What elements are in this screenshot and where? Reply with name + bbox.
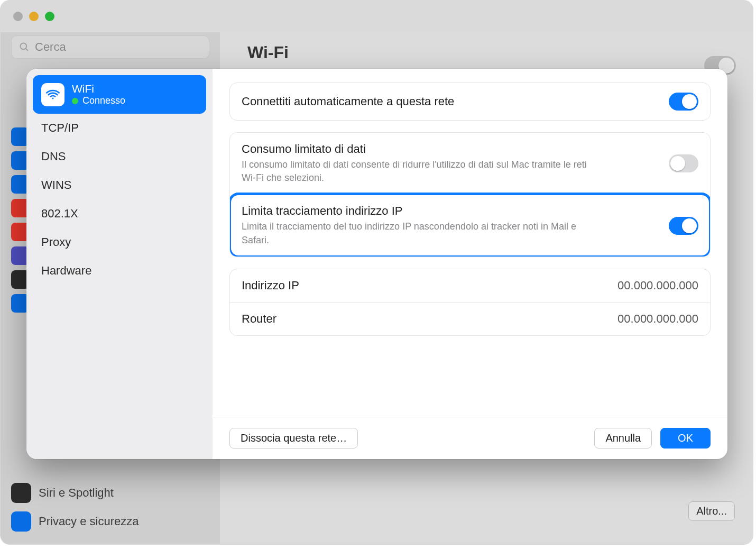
- limit-ip-label: Limita tracciamento indirizzo IP: [242, 204, 601, 218]
- network-details-modal: WiFi Connesso TCP/IPDNSWINS802.1XProxyHa…: [26, 69, 727, 459]
- limit-ip-row: Limita tracciamento indirizzo IP Limita …: [230, 194, 710, 256]
- sidebar-wifi-title: WiFi: [72, 83, 125, 95]
- sidebar-item-tcp-ip[interactable]: TCP/IP: [33, 114, 206, 142]
- auto-join-card: Connettiti automaticamente a questa rete: [229, 83, 711, 121]
- ip-address-label: Indirizzo IP: [242, 279, 299, 292]
- limit-ip-desc: Limita il tracciamento del tuo indirizzo…: [242, 220, 601, 246]
- sidebar-wifi-status: Connesso: [72, 95, 125, 106]
- forget-network-button[interactable]: Dissocia questa rete…: [229, 428, 358, 449]
- low-data-row: Consumo limitato di dati Il consumo limi…: [230, 133, 710, 194]
- modal-sidebar: WiFi Connesso TCP/IPDNSWINS802.1XProxyHa…: [26, 69, 213, 459]
- cancel-button[interactable]: Annulla: [594, 428, 652, 449]
- svg-point-3: [52, 97, 53, 99]
- sidebar-item-hardware[interactable]: Hardware: [33, 257, 206, 285]
- ok-button[interactable]: OK: [660, 428, 711, 449]
- sidebar-wifi-status-text: Connesso: [82, 95, 125, 106]
- sidebar-item-dns[interactable]: DNS: [33, 142, 206, 171]
- modal-main: Connettiti automaticamente a questa rete…: [213, 69, 727, 459]
- router-value: 00.000.000.000: [617, 312, 698, 326]
- router-row: Router 00.000.000.000: [230, 302, 710, 335]
- low-data-label: Consumo limitato di dati: [242, 142, 601, 156]
- low-data-desc: Il consumo limitato di dati consente di …: [242, 158, 601, 185]
- ip-info-card: Indirizzo IP 00.000.000.000 Router 00.00…: [229, 269, 711, 336]
- router-label: Router: [242, 312, 276, 326]
- modal-footer: Dissocia questa rete… Annulla OK: [213, 417, 727, 459]
- limit-ip-toggle[interactable]: [669, 217, 698, 235]
- wifi-icon: [41, 83, 64, 106]
- sidebar-item-proxy[interactable]: Proxy: [33, 228, 206, 257]
- auto-join-toggle[interactable]: [669, 93, 698, 111]
- ip-address-row: Indirizzo IP 00.000.000.000: [230, 269, 710, 302]
- auto-join-row: Connettiti automaticamente a questa rete: [230, 83, 710, 120]
- sidebar-item-802-1x[interactable]: 802.1X: [33, 199, 206, 228]
- sidebar-item-wifi[interactable]: WiFi Connesso: [33, 75, 206, 114]
- status-dot-icon: [72, 98, 78, 104]
- low-data-toggle[interactable]: [669, 154, 698, 172]
- modal-body: Connettiti automaticamente a questa rete…: [213, 69, 727, 417]
- auto-join-label: Connettiti automaticamente a questa rete: [242, 95, 454, 108]
- ip-address-value: 00.000.000.000: [617, 279, 698, 292]
- sidebar-item-wins[interactable]: WINS: [33, 171, 206, 199]
- data-tracking-card: Consumo limitato di dati Il consumo limi…: [229, 132, 711, 257]
